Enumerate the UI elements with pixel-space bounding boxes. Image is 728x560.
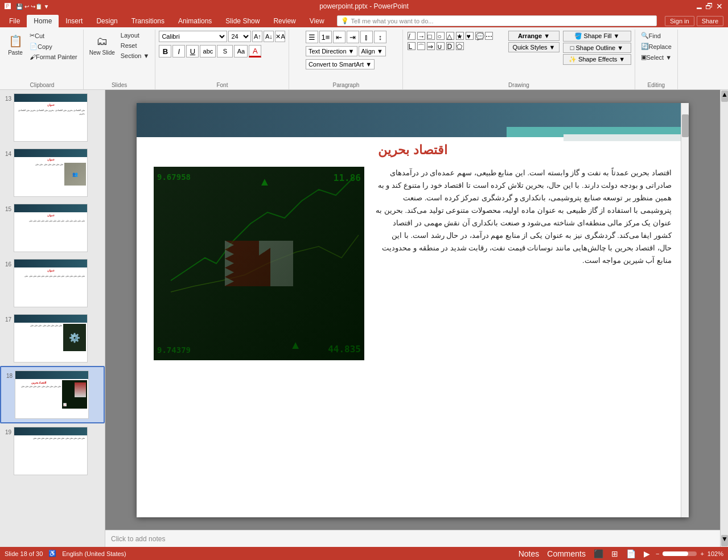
restore-button[interactable]: 🗗 <box>705 2 713 10</box>
shadow-button[interactable]: S <box>217 45 233 57</box>
italic-button[interactable]: I <box>172 45 185 57</box>
tab-home[interactable]: Home <box>27 15 59 27</box>
slide-thumb-17[interactable]: 17 متن متن متن متن متن متن متن متن ⚙️ <box>0 311 105 366</box>
sign-in-button[interactable]: Sign in <box>665 16 694 26</box>
notes-button[interactable]: Notes <box>516 548 542 559</box>
slide-thumb-19[interactable]: 19 متن متن متن متن متن متن متن متن متن م… <box>0 423 105 479</box>
status-bar: Slide 18 of 30 ♿ English (United States)… <box>0 547 728 560</box>
reading-view-button[interactable]: 📄 <box>624 548 638 559</box>
editing-buttons: 🔍 Find 🔄 Replace ▣ Select ▼ <box>639 31 674 81</box>
increase-font-button[interactable]: A↑ <box>252 31 262 42</box>
shape-l[interactable]: L <box>408 42 416 50</box>
shape-pentagon[interactable]: ⬠ <box>456 42 464 50</box>
shape-curve[interactable]: ∪ <box>437 42 445 50</box>
shape-block-arrow[interactable]: ⇒ <box>427 42 435 50</box>
paste-button[interactable]: 📋 Paste <box>5 31 26 57</box>
slide-thumb-18[interactable]: 18 اقتصاد بحرین متن متن متن متن متن متن … <box>0 366 105 423</box>
slideshow-button[interactable]: ▶ <box>641 548 652 559</box>
change-case-button[interactable]: Aa <box>234 45 248 57</box>
minimize-button[interactable]: 🗕 <box>695 2 703 10</box>
shape-fill-button[interactable]: 🪣 Shape Fill ▼ <box>563 31 631 42</box>
layout-button[interactable]: Layout <box>118 31 152 40</box>
slide-thumb-14[interactable]: 14 عنوان متن متن متن متن متن متن متن 👥 <box>0 145 105 200</box>
slide-preview-15: عنوان متن متن متن متن متن متن متن متن مت… <box>14 204 88 252</box>
tab-design[interactable]: Design <box>89 15 124 27</box>
normal-view-button[interactable]: ⬛ <box>591 548 606 559</box>
shape-oval[interactable]: ○ <box>437 32 445 40</box>
slide-thumb-13[interactable]: 13 عنوان متن اقتصادی بحرین متن اقتصادی ب… <box>0 90 105 145</box>
status-right: Notes Comments ⬛ ⊞ 📄 ▶ − + 102% <box>516 548 723 559</box>
decrease-indent-button[interactable]: ⇤ <box>333 31 346 43</box>
zoom-plus[interactable]: + <box>700 550 704 557</box>
convert-smartart-button[interactable]: Convert to SmartArt ▼ <box>306 59 375 69</box>
font-color-button[interactable]: A <box>249 45 261 57</box>
tab-review[interactable]: Review <box>266 15 302 27</box>
scrollbar-thumb[interactable] <box>682 114 689 137</box>
shape-arc[interactable]: ⌒ <box>417 42 425 50</box>
strikethrough-button[interactable]: abc <box>200 45 216 57</box>
tab-view[interactable]: View <box>303 15 331 27</box>
shape-star[interactable]: ★ <box>456 32 464 40</box>
select-button[interactable]: ▣ Select ▼ <box>639 52 674 62</box>
tab-insert[interactable]: Insert <box>59 15 89 27</box>
shape-d[interactable]: D <box>446 42 454 50</box>
ribbon: 📋 Paste ✂ Cut 📄 Copy 🖌 Format Painter Cl… <box>0 27 728 90</box>
slide-canvas-wrapper[interactable]: اقتصاد بحرین اقتصاد بحرین عمدتاً به نفت … <box>105 90 720 530</box>
shape-effects-button[interactable]: ✨ Shape Effects ▼ <box>563 54 631 65</box>
text-direction-button[interactable]: Text Direction ▼ <box>306 46 357 56</box>
notes-placeholder-bar[interactable]: Click to add notes <box>105 530 720 547</box>
zoom-slider[interactable] <box>663 551 697 556</box>
numbering-button[interactable]: 1≡ <box>319 31 332 43</box>
tab-slideshow[interactable]: Slide Show <box>219 15 266 27</box>
bold-button[interactable]: B <box>159 45 171 57</box>
arrange-button[interactable]: Arrange ▼ <box>508 31 559 41</box>
tab-file[interactable]: File <box>2 15 27 27</box>
slide-stock-image: 9.67958 11.86 9.74379 44.835 ▲ ▲ <box>154 167 364 360</box>
scroll-up-btn[interactable]: ▲ <box>721 90 728 102</box>
slide-scrollbar[interactable] <box>681 103 689 517</box>
slide-number-18: 18 <box>3 373 13 379</box>
slide-sorter-button[interactable]: ⊞ <box>609 548 620 559</box>
shape-line[interactable]: / <box>408 32 416 40</box>
replace-button[interactable]: 🔄 Replace <box>639 42 674 51</box>
new-slide-button[interactable]: 🗂 New Slide <box>87 31 117 57</box>
font-face-select[interactable]: Calibri <box>159 31 227 42</box>
reset-button[interactable]: Reset <box>118 41 152 50</box>
slide-thumb-15[interactable]: 15 عنوان متن متن متن متن متن متن متن متن… <box>0 200 105 256</box>
comments-button[interactable]: Comments <box>545 548 588 559</box>
decrease-font-button[interactable]: A↓ <box>264 31 274 42</box>
tab-animations[interactable]: Animations <box>171 15 219 27</box>
shape-arrow[interactable]: → <box>417 32 425 40</box>
shape-rect[interactable]: □ <box>427 32 435 40</box>
columns-button[interactable]: ⫿ <box>360 31 373 43</box>
section-button[interactable]: Section ▼ <box>118 51 152 60</box>
underline-button[interactable]: U <box>186 45 199 57</box>
increase-indent-button[interactable]: ⇥ <box>347 31 359 43</box>
slide-number-17: 17 <box>2 316 11 323</box>
slide-body-text[interactable]: اقتصاد بحرین عمدتاً به نفت و گاز وابسته … <box>376 167 672 360</box>
bullets-button[interactable]: ☰ <box>306 31 318 43</box>
font-size-select[interactable]: 24 <box>228 31 251 42</box>
align-text-button[interactable]: Align ▼ <box>359 46 386 56</box>
cut-button[interactable]: ✂ Cut <box>27 31 80 40</box>
shape-outline-button[interactable]: □ Shape Outline ▼ <box>563 43 631 53</box>
clear-formatting-button[interactable]: ✕A <box>275 31 285 42</box>
slide-thumb-16[interactable]: 16 عنوان متن متن متن متن متن متن متن متن… <box>0 256 105 311</box>
shape-heart[interactable]: ♥ <box>466 32 474 40</box>
copy-button[interactable]: 📄 Copy <box>27 42 80 51</box>
tab-transitions[interactable]: Transitions <box>125 15 171 27</box>
shape-callout[interactable]: 💬 <box>475 32 483 40</box>
shape-more[interactable]: ⋯ <box>485 32 493 40</box>
tell-me-input[interactable]: 💡 Tell me what you want to do... <box>337 15 657 26</box>
format-painter-button[interactable]: 🖌 Format Painter <box>27 52 80 61</box>
share-button[interactable]: Share <box>697 16 723 26</box>
find-button[interactable]: 🔍 Find <box>639 31 663 40</box>
line-spacing-button[interactable]: ↕ <box>374 31 386 43</box>
shape-tri[interactable]: △ <box>446 32 454 40</box>
right-scrollbar[interactable]: ▲ ▼ <box>720 90 728 547</box>
close-button[interactable]: ✕ <box>715 2 723 10</box>
scroll-down-btn[interactable]: ▼ <box>721 535 728 546</box>
zoom-minus[interactable]: − <box>656 550 659 557</box>
zoom-level: 102% <box>708 550 723 557</box>
quick-styles-button[interactable]: Quick Styles ▼ <box>508 42 559 52</box>
